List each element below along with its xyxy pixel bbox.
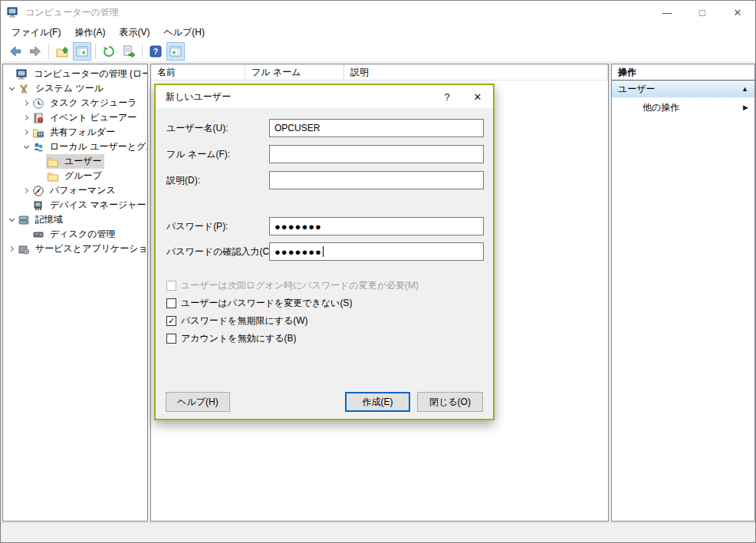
tree-item[interactable]: 記憶域 — [3, 212, 147, 227]
column-header-0[interactable]: 名前 — [151, 64, 245, 80]
tree-item[interactable]: ディスクの管理 — [3, 227, 147, 242]
disk-icon — [31, 229, 44, 241]
menu-item-3[interactable]: ヘルプ(H) — [156, 24, 212, 41]
checkbox-unchecked-icon — [166, 281, 176, 291]
tree-item-label: システム ツール — [33, 81, 106, 96]
chevron-down-icon[interactable] — [7, 87, 17, 90]
collapse-arrow-icon[interactable]: ▲ — [741, 85, 748, 93]
help-button[interactable]: ヘルプ(H) — [166, 392, 230, 412]
svg-text:?: ? — [153, 48, 158, 56]
toolbar-separator — [48, 44, 49, 59]
dialog-help-icon[interactable]: ? — [432, 85, 462, 108]
storage-icon — [17, 214, 30, 226]
tree-item[interactable]: システム ツール — [3, 81, 147, 96]
help-icon[interactable]: ? — [146, 42, 165, 61]
menu-bar: ファイル(F)操作(A)表示(V)ヘルプ(H) — [1, 24, 755, 41]
tree-item[interactable]: ユーザー — [3, 154, 147, 169]
tree-item-label: 共有フォルダー — [48, 125, 117, 140]
field-label: パスワード(P): — [166, 217, 228, 235]
checkbox-row[interactable]: ユーザーはパスワードを変更できない(S) — [166, 296, 352, 310]
chevron-right-icon[interactable] — [21, 101, 31, 105]
export-list-icon[interactable] — [120, 42, 138, 61]
computer-management-app-icon — [7, 6, 20, 19]
tree-item-label: ローカル ユーザーとグループ — [48, 140, 148, 154]
tree-item[interactable]: !イベント ビューアー — [3, 110, 147, 125]
forward-icon[interactable] — [26, 42, 44, 61]
actions-section-label: ユーザー — [618, 83, 656, 96]
back-icon[interactable] — [6, 42, 25, 61]
computer-icon — [15, 68, 28, 81]
tree-item[interactable]: 共有フォルダー — [3, 125, 147, 140]
tree-item[interactable]: パフォーマンス — [3, 183, 147, 198]
password-field[interactable]: ●●●●●●● — [269, 217, 484, 235]
checkbox-row: ユーザーは次回ログオン時にパスワードの変更が必要(M) — [166, 278, 419, 292]
computer-management-window: コンピューターの管理 — □ ✕ ファイル(F)操作(A)表示(V)ヘルプ(H)… — [0, 0, 756, 543]
chevron-down-icon[interactable] — [21, 146, 31, 148]
tree-item-label: タスク スケジューラ — [48, 96, 140, 110]
text-field[interactable] — [269, 171, 484, 189]
checkbox-checked-icon[interactable]: ✓ — [166, 316, 176, 326]
tree-item-label: コンピューターの管理 (ローカル) — [31, 67, 148, 81]
more-actions-item[interactable]: 他の操作 ▶ — [612, 98, 754, 117]
menu-item-2[interactable]: 表示(V) — [112, 24, 156, 41]
show-action-pane-icon[interactable] — [166, 42, 185, 61]
tree-item-label: サービスとアプリケーション — [33, 242, 148, 256]
status-bar — [1, 522, 755, 542]
performance-icon — [31, 185, 44, 197]
column-header-2[interactable]: 説明 — [344, 64, 608, 80]
chevron-down-icon[interactable] — [7, 219, 17, 221]
chevron-right-icon[interactable] — [21, 189, 31, 193]
tree-item[interactable]: コンピューターの管理 (ローカル) — [3, 67, 147, 81]
menu-item-0[interactable]: ファイル(F) — [5, 24, 67, 41]
console-tree-panel: コンピューターの管理 (ローカル)システム ツールタスク スケジューラ!イベント… — [2, 64, 148, 522]
menu-item-1[interactable]: 操作(A) — [67, 24, 112, 41]
services-icon — [17, 243, 30, 255]
text-field[interactable]: OPCUSER — [269, 119, 484, 137]
tree-item[interactable]: サービスとアプリケーション — [3, 242, 147, 256]
tree-item-label: グループ — [62, 169, 104, 183]
checkbox-label: アカウントを無効にする(B) — [181, 332, 297, 345]
dialog-title-bar: 新しいユーザー ? ✕ — [156, 85, 493, 108]
show-console-tree-icon[interactable] — [73, 42, 91, 61]
close-button[interactable]: ✕ — [720, 1, 755, 24]
chevron-right-icon[interactable] — [7, 247, 17, 251]
column-header-1[interactable]: フル ネーム — [245, 64, 344, 80]
tree-item[interactable]: タスク スケジューラ — [3, 96, 147, 110]
checkbox-label: ユーザーはパスワードを変更できない(S) — [181, 297, 352, 310]
field-label: ユーザー名(U): — [166, 119, 228, 137]
maximize-button[interactable]: □ — [685, 1, 720, 24]
create-button[interactable]: 作成(E) — [345, 392, 410, 412]
title-bar: コンピューターの管理 — □ ✕ — [1, 1, 755, 24]
tree-item-label: イベント ビューアー — [48, 110, 139, 125]
password-dots: ●●●●●●● — [274, 222, 322, 232]
chevron-right-icon[interactable] — [21, 130, 31, 134]
checkbox-unchecked-icon[interactable] — [166, 334, 176, 344]
dialog-close-button[interactable]: 閉じる(O) — [417, 392, 483, 412]
dialog-close-icon[interactable]: ✕ — [462, 85, 493, 108]
minimize-button[interactable]: — — [649, 1, 685, 24]
checkbox-row[interactable]: ✓パスワードを無期限にする(W) — [166, 314, 308, 327]
password-field[interactable]: ●●●●●●● — [269, 242, 484, 261]
tools-icon — [17, 83, 30, 95]
tree-item[interactable]: グループ — [3, 169, 147, 183]
checkbox-unchecked-icon[interactable] — [166, 298, 176, 308]
checkbox-row[interactable]: アカウントを無効にする(B) — [166, 331, 297, 345]
tree-item-label: ディスクの管理 — [48, 227, 117, 242]
window-title: コンピューターの管理 — [25, 6, 119, 19]
refresh-icon[interactable] — [100, 42, 118, 61]
users-icon — [31, 141, 44, 153]
chevron-right-icon[interactable] — [21, 116, 31, 120]
checkbox-label: パスワードを無期限にする(W) — [181, 314, 308, 327]
up-one-level-icon[interactable] — [53, 42, 71, 61]
tree-item-label: 記憶域 — [33, 212, 65, 227]
tree-item[interactable]: ローカル ユーザーとグループ — [3, 140, 147, 154]
list-header: 名前フル ネーム説明 — [151, 64, 608, 81]
tree-item[interactable]: デバイス マネージャー — [3, 198, 147, 212]
toolbar-separator — [95, 44, 96, 59]
actions-section-users[interactable]: ユーザー ▲ — [612, 81, 754, 98]
text-field[interactable] — [269, 145, 484, 163]
toolbar-separator — [142, 44, 143, 59]
folder-icon — [46, 156, 59, 168]
submenu-arrow-icon: ▶ — [743, 104, 748, 111]
device-manager-icon — [31, 199, 44, 212]
